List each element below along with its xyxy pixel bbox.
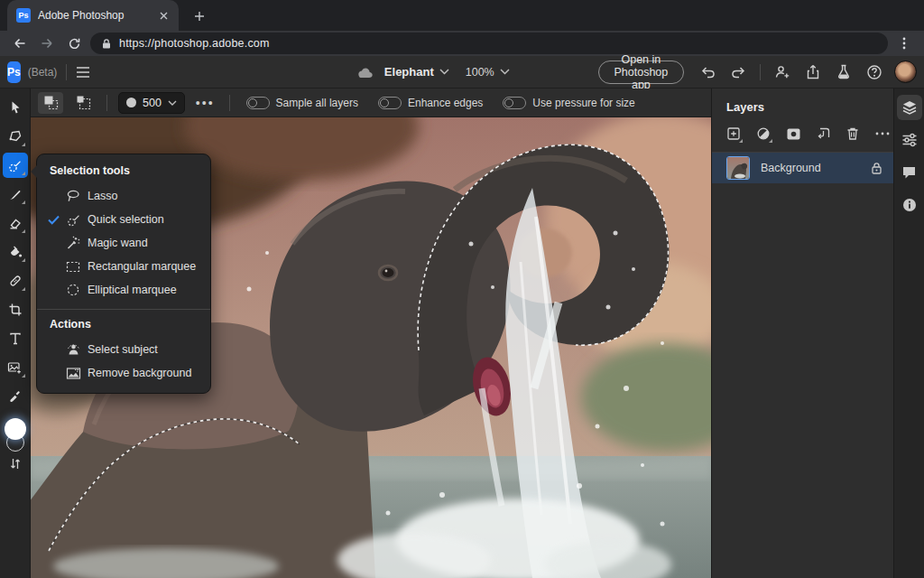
layer-name: Background bbox=[761, 162, 871, 174]
invite-user-icon[interactable] bbox=[772, 61, 793, 83]
toggle-switch bbox=[378, 97, 402, 109]
browser-tab[interactable]: Ps Adobe Photoshop bbox=[7, 0, 179, 31]
quick-selection-tool[interactable] bbox=[3, 153, 28, 178]
menu-item-rectangular-marquee[interactable]: Rectangular marquee bbox=[37, 255, 210, 278]
lasso-icon bbox=[66, 189, 88, 203]
comments-rail-icon[interactable] bbox=[897, 160, 922, 185]
swap-colors-icon[interactable] bbox=[9, 457, 22, 471]
size-chevron-down-icon bbox=[168, 100, 177, 106]
hamburger-menu-icon[interactable] bbox=[76, 61, 90, 83]
layers-panel-title: Layers bbox=[712, 89, 893, 114]
lock-icon bbox=[101, 38, 112, 50]
panel-rail bbox=[893, 89, 924, 578]
eraser-tool[interactable] bbox=[3, 210, 28, 236]
beta-flask-icon[interactable] bbox=[833, 61, 855, 83]
tool-options-bar: 500 ••• Sample all layers Enhance edges … bbox=[31, 89, 711, 117]
share-export-icon[interactable] bbox=[802, 61, 824, 83]
ps-logo: Ps bbox=[7, 61, 21, 83]
elliptical-marquee-icon bbox=[66, 283, 88, 297]
cloud-document-icon bbox=[356, 66, 374, 79]
redo-icon[interactable] bbox=[727, 61, 749, 83]
layer-mask-icon[interactable] bbox=[784, 125, 802, 143]
user-avatar[interactable] bbox=[894, 61, 917, 83]
sample-all-layers-toggle[interactable]: Sample all layers bbox=[246, 97, 365, 109]
document-name: Elephant bbox=[384, 65, 434, 79]
subtract-from-selection-icon[interactable] bbox=[70, 92, 96, 114]
menu-item-magic-wand[interactable]: Magic wand bbox=[37, 231, 210, 255]
rectangular-marquee-icon bbox=[66, 260, 88, 274]
photoshop-favicon: Ps bbox=[16, 8, 31, 23]
brush-preview-icon bbox=[126, 98, 136, 107]
doc-chevron-down-icon[interactable] bbox=[439, 69, 449, 75]
url-bar[interactable]: https://photoshop.adobe.com bbox=[90, 33, 888, 54]
check-icon bbox=[48, 215, 66, 225]
remove-background-icon bbox=[66, 367, 88, 380]
zoom-chevron-down-icon[interactable] bbox=[500, 69, 510, 75]
more-options-icon[interactable]: ••• bbox=[192, 96, 218, 110]
lasso-tool[interactable] bbox=[3, 124, 28, 149]
menu-title: Selection tools bbox=[37, 164, 210, 184]
place-image-tool[interactable] bbox=[3, 355, 28, 380]
tab-close-icon[interactable] bbox=[155, 7, 171, 23]
select-subject-icon bbox=[66, 342, 88, 357]
quick-selection-icon bbox=[66, 212, 88, 228]
tool-dock bbox=[0, 89, 31, 578]
layer-thumbnail bbox=[726, 156, 750, 180]
menu-item-select-subject[interactable]: Select subject bbox=[37, 338, 210, 361]
browser-addressbar: https://photoshop.adobe.com bbox=[0, 31, 924, 56]
tab-title: Adobe Photoshop bbox=[38, 9, 155, 22]
layer-lock-icon[interactable] bbox=[871, 162, 882, 174]
move-tool[interactable] bbox=[3, 95, 28, 120]
brush-tool[interactable] bbox=[3, 182, 28, 207]
app-header: Ps (Beta) Elephant 100% Open in Photosho… bbox=[0, 56, 924, 89]
crop-tool[interactable] bbox=[3, 297, 28, 322]
add-to-selection-icon[interactable] bbox=[38, 92, 63, 114]
add-layer-icon[interactable] bbox=[725, 125, 743, 143]
photoshop-web-window: Ps Adobe Photoshop https://photoshop.ado… bbox=[0, 0, 924, 578]
type-tool[interactable] bbox=[3, 326, 28, 351]
layer-row-background[interactable]: Background bbox=[712, 153, 893, 183]
toggle-switch bbox=[503, 97, 526, 109]
menu-item-quick-selection[interactable]: Quick selection bbox=[37, 208, 210, 231]
brush-size-dropdown[interactable]: 500 bbox=[118, 92, 185, 114]
menu-item-remove-background[interactable]: Remove background bbox=[37, 361, 210, 385]
help-icon[interactable] bbox=[864, 61, 885, 83]
browser-tabstrip: Ps Adobe Photoshop bbox=[0, 0, 924, 31]
forward-icon[interactable] bbox=[36, 33, 58, 54]
enhance-edges-toggle[interactable]: Enhance edges bbox=[378, 97, 490, 109]
new-tab-button[interactable] bbox=[188, 5, 211, 28]
zoom-level[interactable]: 100% bbox=[466, 66, 494, 79]
beta-label: (Beta) bbox=[28, 66, 58, 79]
brush-size-value: 500 bbox=[143, 97, 162, 109]
menu-item-elliptical-marquee[interactable]: Elliptical marquee bbox=[37, 278, 210, 302]
reload-icon[interactable] bbox=[63, 33, 85, 54]
adjustment-layer-icon[interactable] bbox=[754, 125, 772, 143]
group-layer-icon[interactable] bbox=[814, 125, 832, 143]
layers-more-icon[interactable] bbox=[873, 125, 892, 143]
info-rail-icon[interactable] bbox=[897, 192, 922, 218]
url-text: https://photoshop.adobe.com bbox=[119, 37, 270, 50]
undo-icon[interactable] bbox=[697, 61, 718, 83]
layers-panel: Layers Background bbox=[711, 89, 893, 578]
toggle-switch bbox=[246, 97, 270, 109]
use-pressure-toggle[interactable]: Use pressure for size bbox=[503, 97, 642, 109]
delete-layer-icon[interactable] bbox=[844, 125, 862, 143]
open-in-photoshop-button[interactable]: Open in Photoshop app bbox=[598, 61, 684, 84]
fill-tool[interactable] bbox=[3, 239, 28, 265]
selection-tools-menu: Selection tools Lasso Quick selection Ma… bbox=[36, 154, 211, 394]
magic-wand-icon bbox=[66, 236, 88, 250]
browser-menu-icon[interactable] bbox=[893, 33, 915, 54]
adjustments-rail-icon[interactable] bbox=[897, 127, 922, 153]
eyedropper-tool[interactable] bbox=[3, 384, 28, 409]
back-icon[interactable] bbox=[9, 33, 31, 54]
layers-rail-icon[interactable] bbox=[897, 95, 922, 120]
actions-title: Actions bbox=[37, 318, 210, 338]
menu-item-lasso[interactable]: Lasso bbox=[37, 184, 210, 208]
healing-tool[interactable] bbox=[3, 268, 28, 294]
foreground-color-well[interactable] bbox=[5, 418, 26, 440]
